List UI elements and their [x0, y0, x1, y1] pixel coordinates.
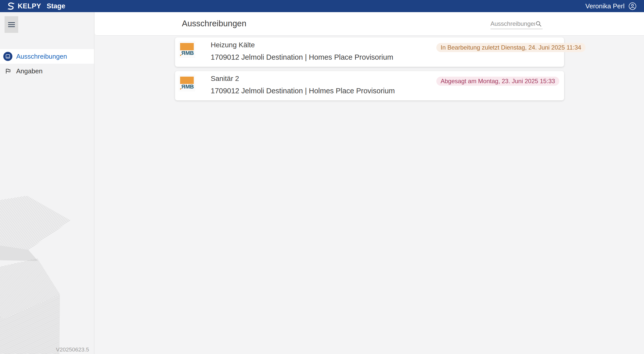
rmb-logo: RMB [179, 42, 195, 57]
sidebar-item-label: Angaben [16, 67, 42, 75]
sidebar: Ausschreibungen Angaben [0, 12, 94, 354]
sidebar-item-angaben[interactable]: Angaben [0, 64, 94, 78]
page-title: Ausschreibungen [182, 19, 246, 28]
sidebar-item-ausschreibungen[interactable]: Ausschreibungen [0, 49, 94, 64]
app-root: KELPY Stage Veronika Perl [0, 0, 644, 354]
environment-label: Stage [47, 2, 66, 10]
card-subtitle: 1709012 Jelmoli Destination | Homes Plac… [211, 53, 393, 61]
sidebar-nav: Ausschreibungen Angaben [0, 49, 94, 78]
hamburger-icon [8, 22, 15, 23]
kelpy-logo-icon [7, 2, 15, 10]
card-title: Sanitär 2 [211, 75, 239, 83]
user-menu[interactable]: Veronika Perl [585, 2, 636, 10]
user-name: Veronika Perl [585, 2, 625, 10]
hamburger-menu-button[interactable] [5, 16, 18, 33]
search-icon[interactable] [535, 20, 542, 27]
rmb-logo-rect [180, 43, 194, 50]
status-badge: In Bearbeitung zuletzt Dienstag, 24. Jun… [436, 43, 586, 52]
version-label: V20250623.5 [56, 346, 89, 353]
rmb-logo-rect [180, 77, 194, 84]
search-input[interactable] [490, 20, 535, 27]
tender-card[interactable]: RMB Heizung Kälte 1709012 Jelmoli Destin… [175, 37, 564, 67]
page-header: Ausschreibungen [95, 12, 644, 36]
search-field [490, 19, 543, 29]
decorative-wireframe-graphic [0, 192, 94, 354]
brand: KELPY Stage [7, 2, 65, 10]
rmb-logo-text: RMB [180, 83, 194, 90]
sidebar-item-label: Ausschreibungen [16, 53, 67, 60]
account-icon [629, 2, 636, 10]
tender-card[interactable]: RMB Sanitär 2 1709012 Jelmoli Destinatio… [175, 71, 564, 100]
status-badge: Abgesagt am Montag, 23. Juni 2025 15:33 [436, 77, 559, 86]
top-navbar: KELPY Stage Veronika Perl [0, 0, 644, 12]
card-subtitle: 1709012 Jelmoli Destination | Holmes Pla… [211, 87, 395, 95]
laptop-document-icon [3, 52, 12, 61]
rmb-logo: RMB [179, 75, 195, 91]
card-title: Heizung Kälte [211, 41, 255, 49]
rmb-logo-text: RMB [180, 50, 194, 56]
flag-icon [5, 68, 11, 74]
brand-name: KELPY [18, 2, 41, 10]
